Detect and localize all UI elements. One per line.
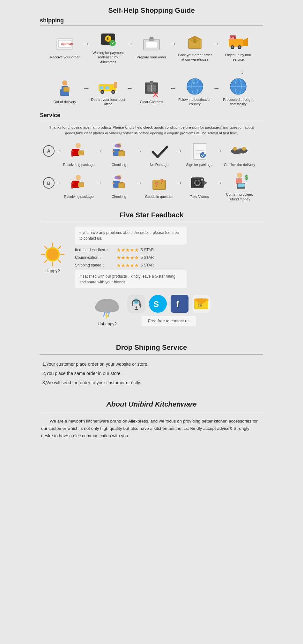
service-flow-a: A → Receiveing — [40, 141, 263, 167]
arrow-sb2: → — [95, 179, 102, 187]
unhappy-label: Unhappy? — [98, 321, 116, 326]
waiting-payment-icon: $ ✓ — [97, 30, 119, 49]
svg-rect-28 — [100, 86, 103, 89]
svg-text:✓: ✓ — [111, 41, 115, 45]
rating-label-2: Coumnication： — [75, 255, 116, 260]
svg-line-103 — [58, 260, 61, 262]
svg-line-111 — [104, 312, 105, 316]
arrow2: → — [126, 40, 133, 48]
svg-point-72 — [76, 175, 81, 180]
receiving-b-label: Receiving package — [64, 194, 94, 199]
arrow-r1: ← — [83, 84, 90, 93]
service-flow-b: B → Receiving package → — [40, 171, 263, 201]
svg-point-55 — [76, 143, 81, 148]
service-section: Service Thanks for choosing apeman produ… — [40, 112, 263, 201]
rating-row-1: Item as described： ★★★★★ 5 STAR — [75, 247, 187, 253]
take-videos-label: Take Videos — [190, 194, 209, 199]
cloud-icon-col: Unhappy? — [93, 295, 122, 326]
svg-rect-62 — [112, 151, 115, 152]
confirm-refund-label: Confirm problem, refund money — [224, 192, 255, 201]
checking-a-label: Checking — [112, 162, 126, 167]
pack-order-icon — [184, 32, 206, 51]
arrow3: → — [170, 40, 177, 48]
prepare-order-icon — [140, 34, 163, 54]
svg-rect-91 — [196, 177, 199, 178]
arrow-down: ↓ — [40, 67, 263, 76]
arrow-sa3: → — [136, 147, 143, 155]
ratings-table: Item as described： ★★★★★ 5 STAR Coumnica… — [75, 247, 187, 268]
goods-question-label: Goods in question — [145, 194, 174, 199]
shipping-title: shipping — [40, 17, 263, 24]
arrow4: → — [213, 40, 220, 48]
rating-label-3: Shipping speed： — [75, 263, 116, 268]
contact-message-box: if you have any problems about the order… — [75, 227, 187, 244]
skype-icon: S — [149, 295, 167, 313]
service-item-checking-b: Checking — [103, 173, 135, 199]
flow-item-depart-post: Depart your local post office — [91, 77, 126, 107]
sun-icon — [40, 242, 65, 267]
flow-item-follow-destination: Folown to destination country — [177, 77, 212, 107]
arrow-r2: ← — [126, 84, 133, 93]
service-item-checking-a: Checking — [103, 141, 135, 167]
svg-text:?: ? — [155, 181, 159, 189]
sign-package-label: Sign for package — [186, 162, 213, 167]
arrow-sa5: → — [216, 147, 223, 155]
feedback-happy-row: Happy? if you have any problems about th… — [40, 227, 263, 288]
pack-order-label: Pack your order order at our warehouse — [177, 53, 212, 62]
flow-item-prepare-order: Prepare your order — [134, 34, 169, 59]
drop-list: 1,Your customer place order on your webs… — [40, 359, 263, 391]
svg-line-102 — [45, 246, 47, 249]
circle-a: A — [43, 145, 55, 157]
follow-destination-icon — [184, 77, 206, 96]
svg-rect-96 — [238, 183, 245, 187]
svg-rect-64 — [118, 151, 125, 156]
svg-point-90 — [201, 179, 203, 181]
flow-item-pickup-mail: FAST Picjed up by mail service — [221, 32, 256, 62]
feedback-right-col: if you have any problems about the order… — [75, 227, 187, 288]
drop-item-2: 2,You place the same order in our store. — [42, 370, 261, 377]
contact-icons-col: S f — [127, 295, 210, 326]
no-damage-label: No Damage — [150, 162, 169, 167]
svg-point-48 — [193, 82, 195, 84]
about-section: About Unibird Kitchenware We are a newbo… — [40, 398, 263, 444]
confirm-refund-icon: $ — [228, 171, 251, 191]
processed-facility-label: Processed throught sort facility — [221, 97, 256, 107]
depart-post-icon — [97, 77, 119, 96]
receive-order-label: Receive your order — [50, 55, 80, 59]
svg-rect-26 — [63, 87, 69, 92]
feedback-divider — [40, 222, 263, 222]
arrow-sb4: → — [176, 179, 183, 187]
svg-point-109 — [95, 303, 107, 312]
svg-text:?: ? — [160, 177, 164, 185]
page-container: Self-Help Shopping Guide shipping apeman… — [32, 0, 271, 450]
circle-b: B — [43, 177, 55, 189]
rating-badge-3: 5 STAR — [141, 263, 154, 267]
follow-destination-label: Folown to destination country — [177, 97, 212, 107]
svg-rect-118 — [136, 306, 137, 308]
checking-b-label: Checking — [112, 194, 126, 199]
confirm-delivery-label: Confirm the delivery — [224, 162, 255, 167]
confirm-delivery-icon — [228, 141, 251, 161]
svg-rect-116 — [132, 303, 133, 306]
drop-item-1: 1,Your customer place order on your webs… — [42, 361, 261, 368]
arrow-sa1: → — [55, 147, 62, 155]
rating-stars-3: ★★★★★ — [116, 262, 139, 268]
svg-rect-79 — [112, 183, 115, 184]
service-item-take-videos: Take Videos — [183, 173, 215, 199]
svg-line-105 — [45, 260, 47, 262]
processed-facility-icon — [227, 77, 249, 96]
about-divider — [40, 411, 263, 411]
svg-point-20 — [239, 46, 240, 48]
svg-rect-34 — [114, 82, 117, 88]
flow-item-out-delivery: Out of delivery — [47, 79, 82, 104]
pickup-mail-label: Picjed up by mail service — [221, 53, 256, 62]
clear-customs-icon — [140, 79, 163, 98]
service-item-no-damage: No Damage — [143, 141, 175, 167]
flow-item-processed-facility: Processed throught sort facility — [221, 77, 256, 107]
out-delivery-icon — [54, 79, 76, 98]
prepare-order-label: Prepare your order — [137, 55, 166, 59]
satisfaction-message: If satisfied with our products，kindly le… — [75, 270, 187, 288]
receiving-a-label: Receiveing package — [63, 162, 94, 167]
about-text: We are a newborn kitchenware brand on Al… — [40, 416, 263, 442]
receive-order-icon: apeman — [54, 34, 76, 54]
